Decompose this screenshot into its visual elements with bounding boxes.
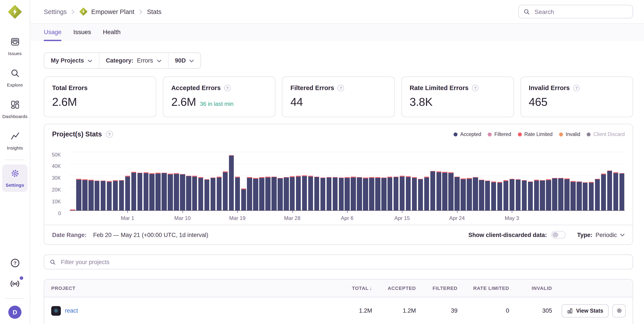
chart-bar[interactable] — [260, 177, 264, 210]
chart-bar[interactable] — [144, 172, 148, 210]
chart-bar[interactable] — [345, 177, 350, 210]
chart-bar[interactable] — [528, 181, 533, 210]
chart-bar[interactable] — [156, 173, 161, 210]
chart-bar[interactable] — [107, 181, 112, 210]
chart-bar[interactable] — [448, 172, 454, 210]
help-button[interactable]: ? — [10, 258, 20, 270]
chart-bar[interactable] — [485, 180, 490, 210]
chart-bar[interactable] — [266, 177, 270, 210]
chart-bar[interactable] — [570, 181, 576, 210]
chart-bar[interactable] — [229, 155, 234, 210]
project-link[interactable]: react — [65, 307, 78, 314]
chart-bar[interactable] — [510, 179, 515, 210]
chart-bar[interactable] — [339, 177, 344, 210]
sidebar-item-insights[interactable]: Insights — [2, 127, 28, 155]
chart-bar[interactable] — [504, 180, 508, 210]
chart-bar[interactable] — [424, 177, 429, 210]
chart-bar[interactable] — [180, 174, 185, 210]
chart-bar[interactable] — [222, 171, 228, 210]
chart-bar[interactable] — [198, 177, 203, 210]
chart-bar[interactable] — [601, 174, 606, 210]
chart-bar[interactable] — [314, 176, 319, 210]
chart-bar[interactable] — [137, 173, 142, 210]
column-header-invalid[interactable]: Invalid — [509, 286, 552, 291]
chart-bar[interactable] — [76, 179, 81, 210]
chart-bar[interactable] — [473, 177, 478, 210]
chart-bar[interactable] — [516, 179, 520, 210]
column-header-accepted[interactable]: Accepted — [372, 286, 416, 291]
chart-bar[interactable] — [564, 178, 569, 210]
chart-bar[interactable] — [119, 180, 124, 210]
chart-bar[interactable] — [162, 173, 167, 210]
sidebar-item-dashboards[interactable]: Dashboards — [2, 96, 28, 123]
chart-bar[interactable] — [552, 178, 557, 210]
chart-bar[interactable] — [381, 177, 386, 210]
legend-item-client-discard[interactable]: Client Discard — [587, 132, 625, 137]
chart-bar[interactable] — [308, 176, 313, 210]
chart-bar[interactable] — [290, 176, 295, 210]
chart-bar[interactable] — [595, 179, 600, 210]
chart-bar[interactable] — [400, 176, 405, 210]
legend-item-filtered[interactable]: Filtered — [488, 132, 511, 137]
column-header-total[interactable]: Total↓ — [335, 286, 372, 291]
tab-issues[interactable]: Issues — [73, 24, 91, 41]
user-avatar[interactable]: D — [8, 306, 22, 319]
chart-bar[interactable] — [235, 177, 240, 210]
chart-bar[interactable] — [479, 180, 484, 210]
chart-bar[interactable] — [442, 172, 448, 210]
chart-bar[interactable] — [436, 171, 441, 210]
chart-bar[interactable] — [332, 177, 338, 210]
sidebar-item-issues[interactable]: Issues — [2, 33, 28, 60]
chart-bar[interactable] — [302, 175, 307, 210]
sidebar-item-explore[interactable]: Explore — [2, 64, 28, 92]
chart-bar[interactable] — [241, 188, 246, 210]
chart-bar[interactable] — [375, 177, 380, 210]
whats-new-button[interactable] — [9, 278, 20, 291]
sidebar-item-settings[interactable]: Settings — [2, 164, 28, 192]
tab-health[interactable]: Health — [103, 24, 120, 41]
chart-bar[interactable] — [88, 180, 94, 210]
chart-bar[interactable] — [522, 180, 527, 210]
chart-bar[interactable] — [210, 177, 216, 210]
chart-bar[interactable] — [369, 177, 374, 210]
tab-usage[interactable]: Usage — [44, 24, 62, 41]
chart-bar[interactable] — [186, 175, 191, 210]
chart-bar[interactable] — [174, 173, 179, 210]
chart-bar[interactable] — [113, 180, 118, 210]
chart-bar[interactable] — [204, 179, 210, 210]
chart-bar[interactable] — [455, 177, 460, 210]
legend-item-rate-limited[interactable]: Rate Limited — [518, 132, 552, 137]
project-filter[interactable] — [44, 254, 633, 269]
chart-bar[interactable] — [326, 177, 332, 210]
legend-item-accepted[interactable]: Accepted — [454, 132, 481, 137]
client-discard-toggle[interactable] — [551, 231, 566, 239]
breadcrumb-org[interactable]: Empower Plant — [80, 7, 134, 16]
chart-bar[interactable] — [363, 177, 368, 210]
view-stats-button[interactable]: View Stats — [562, 304, 608, 317]
chart-bar[interactable] — [406, 176, 411, 210]
chart-bar[interactable] — [388, 177, 392, 210]
chart-bar[interactable] — [412, 177, 417, 210]
chart-bar[interactable] — [278, 178, 282, 210]
global-search-input[interactable] — [534, 8, 628, 15]
chart-bar[interactable] — [583, 182, 588, 210]
sentry-logo[interactable] — [8, 5, 22, 20]
project-filter-input[interactable] — [60, 258, 627, 266]
chart-bar[interactable] — [125, 176, 130, 210]
chart-bar[interactable] — [613, 172, 618, 210]
chart-bar[interactable] — [94, 180, 100, 210]
global-search[interactable] — [518, 5, 633, 18]
chart-bar[interactable] — [217, 177, 222, 210]
chart-bar[interactable] — [576, 181, 582, 210]
column-header-filtered[interactable]: Filtered — [416, 286, 458, 291]
chart-bar[interactable] — [101, 180, 106, 210]
chart-bar[interactable] — [357, 177, 362, 210]
legend-item-invalid[interactable]: Invalid — [559, 132, 580, 137]
chart-bar[interactable] — [192, 176, 197, 210]
chart-bar[interactable] — [168, 173, 173, 210]
chart-bar[interactable] — [558, 178, 564, 210]
project-selector[interactable]: My Projects — [44, 53, 99, 68]
chart-bar[interactable] — [546, 179, 551, 210]
column-header-rate_limited[interactable]: Rate Limited — [458, 286, 509, 291]
chart-bar[interactable] — [320, 177, 325, 210]
